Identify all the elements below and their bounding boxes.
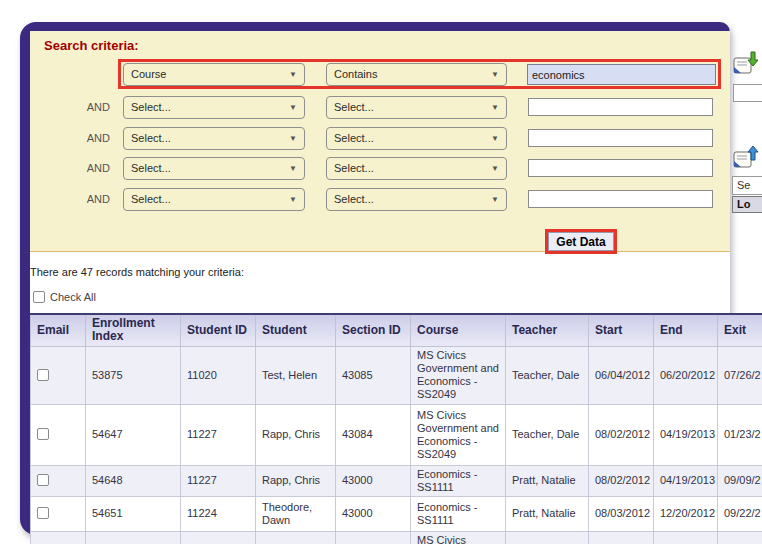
and-label: AND (70, 132, 110, 144)
criteria-value-input-4[interactable] (528, 159, 713, 177)
criteria-value-input-5[interactable] (528, 190, 713, 208)
chevron-down-icon: ▼ (491, 64, 499, 85)
field-select-5[interactable]: Select... ▼ (123, 188, 305, 211)
course-cell: MS Civics Government and Economics - SS2… (411, 404, 506, 465)
enrollment-index-cell: 54651 (86, 496, 181, 531)
table-header-row: Email Enrollment Index Student ID Studen… (31, 314, 762, 346)
section-id-cell: 43085 (336, 346, 411, 404)
operator-select-value: Select... (334, 193, 374, 205)
email-cell (31, 404, 86, 465)
student-id-cell (181, 531, 256, 544)
col-course: Course (411, 314, 506, 346)
field-select-4[interactable]: Select... ▼ (123, 157, 305, 180)
email-cell (31, 465, 86, 496)
col-student-id: Student ID (181, 314, 256, 346)
student-id-cell: 11227 (181, 404, 256, 465)
end-cell: 12/20/2012 (654, 496, 718, 531)
field-select-value: Select... (131, 101, 171, 113)
operator-select-value: Contains (334, 68, 377, 80)
enrollment-index-cell: 53875 (86, 346, 181, 404)
row-checkbox[interactable] (37, 474, 49, 486)
table-row: MS Civics Government and Economics - SS2… (31, 531, 762, 544)
exit-cell: 01/23/2 (718, 404, 762, 465)
exit-cell: 09/22/2 (718, 496, 762, 531)
teacher-cell: Teacher, Dale (506, 346, 589, 404)
table-row: 54647 11227 Rapp, Chris 43084 MS Civics … (31, 404, 762, 465)
record-count-text: There are 47 records matching your crite… (30, 266, 244, 278)
operator-select[interactable]: Contains ▼ (326, 63, 507, 86)
student-cell: Rapp, Chris (256, 465, 336, 496)
chevron-down-icon: ▼ (289, 128, 297, 149)
criteria-value-input-2[interactable] (528, 98, 713, 116)
chevron-down-icon: ▼ (289, 189, 297, 210)
col-enrollment-index: Enrollment Index (86, 314, 181, 346)
section-id-cell: 43000 (336, 465, 411, 496)
saved-criteria-name-input[interactable] (733, 84, 762, 102)
email-cell (31, 531, 86, 544)
field-select-2[interactable]: Select... ▼ (123, 96, 305, 119)
row-checkbox[interactable] (37, 507, 49, 519)
student-cell: Rapp, Chris (256, 404, 336, 465)
operator-select-2[interactable]: Select... ▼ (326, 96, 507, 119)
col-exit: Exit (718, 314, 762, 346)
start-cell: 08/02/2012 (589, 404, 654, 465)
row-checkbox[interactable] (37, 369, 49, 381)
enrollment-index-cell: 54648 (86, 465, 181, 496)
student-cell: Test, Helen (256, 346, 336, 404)
email-cell (31, 346, 86, 404)
chevron-down-icon: ▼ (491, 189, 499, 210)
col-section-id: Section ID (336, 314, 411, 346)
end-cell (654, 531, 718, 544)
student-cell: Theodore, Dawn (256, 496, 336, 531)
chevron-down-icon: ▼ (491, 158, 499, 179)
student-cell (256, 531, 336, 544)
col-end: End (654, 314, 718, 346)
field-select-value: Select... (131, 193, 171, 205)
end-cell: 04/19/2013 (654, 404, 718, 465)
operator-select-5[interactable]: Select... ▼ (326, 188, 507, 211)
start-cell: 08/02/2012 (589, 465, 654, 496)
student-id-cell: 11020 (181, 346, 256, 404)
enrollment-index-cell (86, 531, 181, 544)
course-cell: MS Civics Government and Economics - SS2… (411, 531, 506, 544)
course-cell: MS Civics Government and Economics - SS2… (411, 346, 506, 404)
col-teacher: Teacher (506, 314, 589, 346)
criteria-value-input[interactable] (527, 64, 716, 85)
check-all-control: Check All (33, 291, 96, 303)
save-criteria-icon[interactable] (732, 50, 760, 78)
row-checkbox[interactable] (37, 428, 49, 440)
operator-select-value: Select... (334, 101, 374, 113)
criteria-value-input-3[interactable] (528, 129, 713, 147)
course-cell: Economics - SS1111 (411, 496, 506, 531)
teacher-cell: Pratt, Natalie (506, 465, 589, 496)
saved-criteria-select[interactable]: Se (732, 176, 762, 195)
field-select-3[interactable]: Select... ▼ (123, 127, 305, 150)
chevron-down-icon: ▼ (491, 128, 499, 149)
field-select[interactable]: Course ▼ (123, 63, 305, 86)
field-select-value: Select... (131, 162, 171, 174)
results-table: Email Enrollment Index Student ID Studen… (30, 313, 762, 544)
operator-select-3[interactable]: Select... ▼ (326, 127, 507, 150)
col-student: Student (256, 314, 336, 346)
load-button[interactable]: Lo (732, 196, 762, 213)
and-label: AND (70, 193, 110, 205)
check-all-checkbox[interactable] (33, 291, 45, 303)
operator-select-value: Select... (334, 162, 374, 174)
teacher-cell (506, 531, 589, 544)
end-cell: 06/20/2012 (654, 346, 718, 404)
get-data-button[interactable]: Get Data (548, 232, 614, 251)
check-all-label: Check All (50, 291, 96, 303)
table-row: 53875 11020 Test, Helen 43085 MS Civics … (31, 346, 762, 404)
table-row: 54648 11227 Rapp, Chris 43000 Economics … (31, 465, 762, 496)
exit-cell (718, 531, 762, 544)
panel-title: Search criteria: (44, 38, 139, 53)
col-start: Start (589, 314, 654, 346)
and-label: AND (70, 101, 110, 113)
load-criteria-icon[interactable] (732, 144, 760, 172)
operator-select-4[interactable]: Select... ▼ (326, 157, 507, 180)
col-email: Email (31, 314, 86, 346)
course-cell: Economics - SS1111 (411, 465, 506, 496)
section-id-cell (336, 531, 411, 544)
field-select-value: Select... (131, 132, 171, 144)
operator-select-value: Select... (334, 132, 374, 144)
